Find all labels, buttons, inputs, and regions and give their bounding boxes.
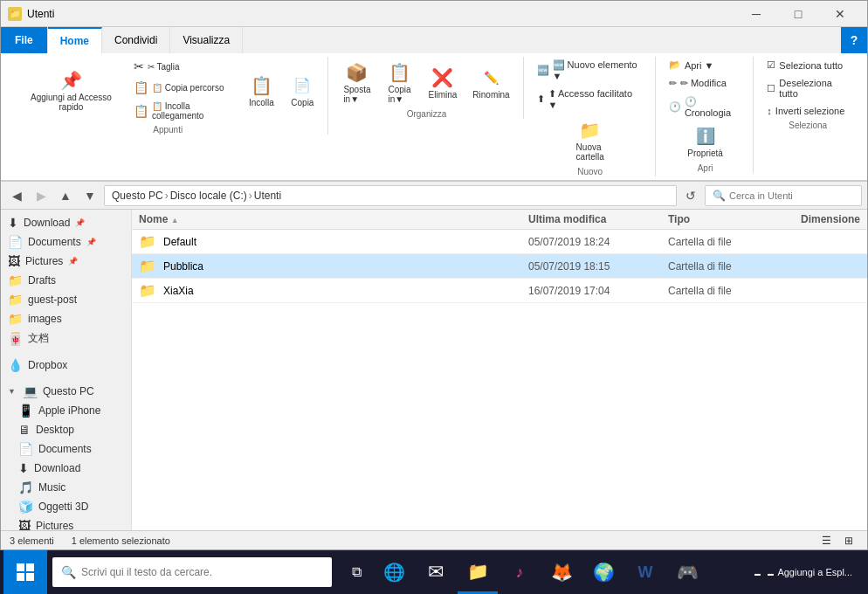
pin-indicator: 📌 [86, 238, 96, 246]
deselect-all-icon: ☐ [767, 83, 775, 94]
recent-locations-button[interactable]: ▼ [79, 185, 100, 206]
sidebar-item-guest-post[interactable]: 📁 guest-post [1, 290, 131, 309]
new-folder-button[interactable]: 📁 Nuovacartella [568, 114, 612, 165]
col-header-name[interactable]: Nome ▲ [139, 213, 528, 225]
edge-icon[interactable]: 🌐 [374, 550, 414, 594]
nuovo-items: 🆕 🆕 Nuovo elemento ▼ ⬆ ⬆ Accesso facilit… [533, 57, 648, 113]
title-bar-left: 📁 Utenti [8, 7, 54, 21]
add-to-quick-access-button[interactable]: 📌 Aggiungi ad Accesso rapido [15, 65, 127, 115]
search-icon: 🔍 [61, 565, 76, 579]
file-date: 05/07/2019 18:15 [528, 260, 668, 273]
3d-icon: 🧊 [18, 500, 33, 514]
firefox-icon[interactable]: 🦊 [541, 550, 582, 594]
help-button[interactable]: ? [841, 27, 867, 53]
search-box: 🔍 [705, 185, 862, 206]
copy-to-button[interactable]: 📋 Copiain▼ [381, 57, 419, 107]
task-view-button[interactable]: ⧉ [341, 550, 372, 594]
start-button[interactable] [3, 550, 47, 594]
copy-icon: 📄 [290, 73, 314, 98]
cut-button[interactable]: ✂ ✂ Taglia [129, 57, 240, 76]
sidebar-item-pictures2[interactable]: 🖼 Pictures [1, 516, 131, 530]
sidebar-item-oggetti3d[interactable]: 🧊 Oggetti 3D [1, 497, 131, 516]
add-to-explorer-button[interactable]: 🗕 🗕 Aggiungi a Espl... [747, 550, 858, 594]
music-app-icon[interactable]: ♪ [499, 550, 540, 594]
sidebar-item-dropbox[interactable]: 💧 Dropbox [1, 356, 131, 375]
maximize-button[interactable]: □ [778, 1, 818, 27]
col-header-type[interactable]: Tipo [668, 213, 773, 225]
tab-home[interactable]: Home [48, 27, 102, 53]
tab-condividi[interactable]: Condividi [102, 27, 170, 53]
mail-icon[interactable]: ✉ [416, 550, 456, 594]
sidebar-item-music[interactable]: 🎵 Music [1, 478, 131, 497]
download-icon: ⬇ [8, 216, 18, 230]
file-row-default[interactable]: 📁 Default 05/07/2019 18:24 Cartella di f… [132, 230, 867, 254]
open-button[interactable]: 📂 Apri ▼ [665, 57, 719, 73]
sidebar-item-label: Download [34, 462, 80, 474]
main-area: ⬇ Download 📌 📄 Documents 📌 🖼 Pictures 📌 … [1, 210, 867, 530]
tiles-view-button[interactable]: ⊞ [839, 531, 858, 550]
paste-shortcut-button[interactable]: 📋 📋 Incolla collegamento [129, 99, 240, 123]
copy-button[interactable]: 📄 Copia [284, 70, 320, 111]
chrome-icon[interactable]: 🌍 [583, 550, 623, 594]
sidebar-item-documents2[interactable]: 📄 Documents [1, 439, 131, 459]
close-button[interactable]: ✕ [820, 1, 860, 27]
sidebar-item-download2[interactable]: ⬇ Download [1, 459, 131, 478]
address-path[interactable]: Questo PC › Disco locale (C:) › Utenti [104, 185, 677, 206]
pictures-icon: 🖼 [8, 254, 20, 268]
sidebar-item-download[interactable]: ⬇ Download 📌 [1, 213, 131, 232]
rename-button[interactable]: ✏️ Rinomina [466, 62, 515, 103]
refresh-button[interactable]: ↺ [680, 185, 701, 206]
sidebar-item-documents[interactable]: 📄 Documents 📌 [1, 232, 131, 252]
file-row-xiaxia[interactable]: 📁 XiaXia 16/07/2019 17:04 Cartella di fi… [132, 279, 867, 303]
forward-button[interactable]: ▶ [31, 185, 52, 206]
guest-post-icon: 📁 [8, 293, 23, 307]
delete-button[interactable]: ❌ Elimina [423, 62, 464, 103]
item-count: 3 elementi [10, 535, 54, 546]
col-header-size[interactable]: Dimensione [773, 213, 860, 225]
sidebar-item-label: Oggetti 3D [38, 501, 88, 513]
ribbon-group-appunti: 📌 Aggiungi ad Accesso rapido ✂ ✂ Taglia … [8, 57, 328, 135]
explorer-icon[interactable]: 📁 [458, 550, 498, 594]
new-item-button[interactable]: 🆕 🆕 Nuovo elemento ▼ [533, 57, 648, 84]
select-all-button[interactable]: ☑ Seleziona tutto [762, 57, 847, 73]
back-button[interactable]: ◀ [6, 185, 27, 206]
tab-visualizza[interactable]: Visualizza [170, 27, 243, 53]
sidebar-item-images[interactable]: 📁 images [1, 309, 131, 328]
sidebar-item-label: Dropbox [28, 359, 67, 371]
details-view-button[interactable]: ☰ [816, 531, 836, 550]
sidebar: ⬇ Download 📌 📄 Documents 📌 🖼 Pictures 📌 … [1, 210, 132, 530]
questo-pc-icon: 💻 [23, 384, 38, 398]
ribbon: File Home Condividi Visualizza ? 📌 Aggiu… [1, 27, 867, 182]
sidebar-item-questo-pc[interactable]: ▼ 💻 Questo PC [1, 382, 131, 401]
drafts-icon: 📁 [8, 273, 23, 287]
history-button[interactable]: 🕐 🕐 Cronologia [665, 93, 746, 121]
up-button[interactable]: ▲ [55, 185, 76, 206]
game-icon[interactable]: 🎮 [667, 550, 707, 594]
sidebar-item-wendang[interactable]: 🀄 文档 [1, 328, 131, 349]
deselect-all-button[interactable]: ☐ Deseleziona tutto [762, 75, 853, 101]
window-controls: ─ □ ✕ [736, 1, 860, 27]
search-input[interactable] [729, 190, 854, 201]
minimize-button[interactable]: ─ [736, 1, 776, 27]
invert-selection-button[interactable]: ↕ Inverti selezione [762, 103, 849, 119]
copy-to-icon: 📋 [388, 60, 412, 85]
sidebar-item-desktop[interactable]: 🖥 Desktop [1, 420, 131, 439]
properties-button[interactable]: ℹ️ Proprietà [681, 121, 729, 162]
sidebar-item-apple-iphone[interactable]: 📱 Apple iPhone [1, 401, 131, 420]
file-row-pubblica[interactable]: 📁 Pubblica 05/07/2019 18:15 Cartella di … [132, 254, 867, 279]
col-header-date[interactable]: Ultima modifica [528, 213, 668, 225]
edit-button[interactable]: ✏ ✏ Modifica [665, 75, 731, 92]
word-icon[interactable]: W [625, 550, 665, 594]
tray-icon: 🗕 [753, 567, 762, 577]
sidebar-item-pictures[interactable]: 🖼 Pictures 📌 [1, 252, 131, 271]
easy-access-button[interactable]: ⬆ ⬆ Accesso facilitato ▼ [533, 86, 648, 113]
copy-path-button[interactable]: 📋 📋 Copia percorso [129, 78, 240, 97]
move-to-button[interactable]: 📦 Spostain▼ [337, 57, 376, 107]
ribbon-group-seleziona: ☑ Seleziona tutto ☐ Deseleziona tutto ↕ … [755, 57, 860, 130]
taskbar-search-input[interactable] [81, 566, 323, 578]
dropbox-icon: 💧 [8, 358, 23, 372]
ribbon-group-nuovo: 🆕 🆕 Nuovo elemento ▼ ⬆ ⬆ Accesso facilit… [526, 57, 656, 176]
tab-file[interactable]: File [1, 27, 48, 53]
sidebar-item-drafts[interactable]: 📁 Drafts [1, 271, 131, 290]
paste-button[interactable]: 📋 Incolla [242, 70, 280, 111]
